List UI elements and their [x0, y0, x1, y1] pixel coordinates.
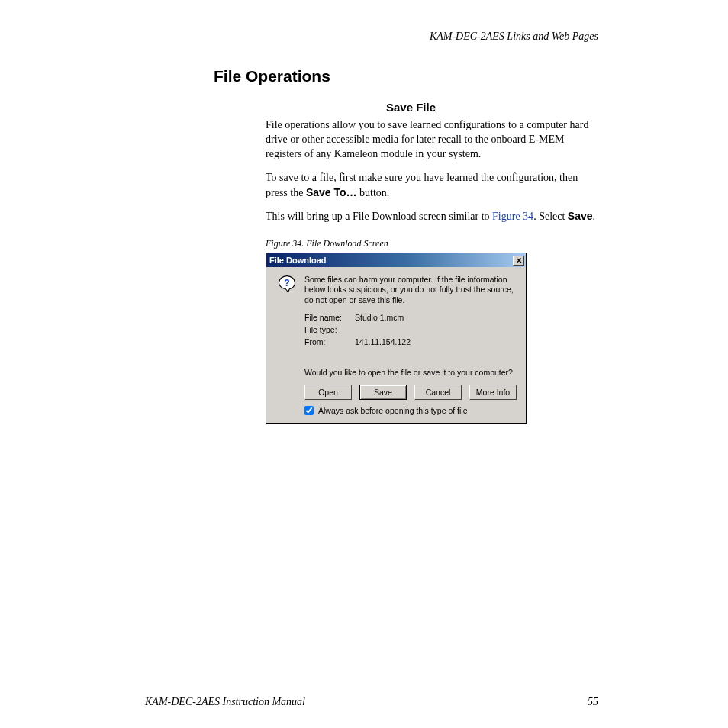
- para2-post: button.: [357, 187, 390, 198]
- more-info-button[interactable]: More Info: [469, 385, 517, 400]
- para3-mid: . Select: [533, 211, 568, 222]
- open-button[interactable]: Open: [304, 385, 352, 400]
- save-to-label: Save To…: [306, 186, 357, 198]
- running-head: KAM-DEC-2AES Links and Web Pages: [145, 31, 598, 43]
- dialog-titlebar[interactable]: File Download ✕: [266, 253, 526, 267]
- section-title: File Operations: [214, 67, 598, 85]
- figure-link[interactable]: Figure 34: [492, 211, 533, 222]
- para3-post: .: [593, 211, 596, 222]
- from-label: From:: [304, 337, 349, 346]
- figure-caption: Figure 34. File Download Screen: [266, 238, 598, 250]
- subsection-title: Save File: [386, 101, 598, 114]
- always-ask-label: Always ask before opening this type of f…: [318, 406, 468, 415]
- paragraph-2: To save to a file, first make sure you h…: [266, 171, 598, 201]
- dialog-warning: Some files can harm your computer. If th…: [304, 275, 517, 304]
- from-value: 141.11.154.122: [355, 337, 411, 346]
- page-number: 55: [588, 696, 598, 708]
- page-footer: KAM-DEC-2AES Instruction Manual 55: [145, 696, 598, 708]
- question-icon: ?: [277, 275, 297, 295]
- button-row: Open Save Cancel More Info: [304, 385, 517, 400]
- dialog-title: File Download: [269, 256, 327, 265]
- filetype-label: File type:: [304, 325, 349, 334]
- para3-pre: This will bring up a File Download scree…: [266, 211, 492, 222]
- cancel-button[interactable]: Cancel: [414, 385, 462, 400]
- filename-value: Studio 1.mcm: [355, 313, 404, 322]
- save-label: Save: [568, 210, 593, 222]
- file-download-dialog: File Download ✕ ? Some files can harm yo…: [266, 253, 527, 423]
- filename-label: File name:: [304, 313, 349, 322]
- manual-title: KAM-DEC-2AES Instruction Manual: [145, 696, 305, 708]
- dialog-prompt: Would you like to open the file or save …: [304, 368, 517, 377]
- save-button[interactable]: Save: [359, 385, 407, 400]
- svg-text:?: ?: [284, 278, 289, 288]
- close-icon[interactable]: ✕: [513, 256, 524, 266]
- always-ask-checkbox[interactable]: [304, 406, 314, 415]
- paragraph-1: File operations allow you to save learne…: [266, 118, 598, 162]
- paragraph-3: This will bring up a File Download scree…: [266, 209, 598, 224]
